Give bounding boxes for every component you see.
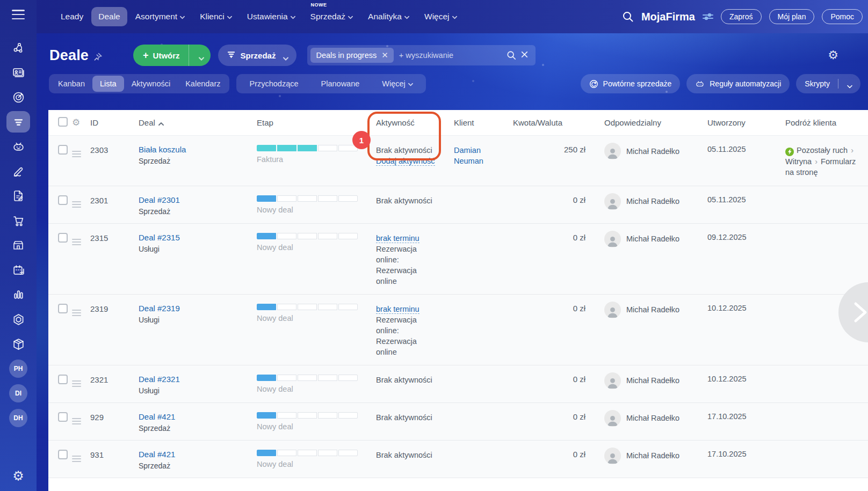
column-header-utworzony[interactable]: Utworzony (698, 118, 776, 127)
column-header-id[interactable]: ID (90, 118, 139, 127)
column-header-podroz[interactable]: Podróż klienta (776, 118, 861, 127)
crm-network-icon[interactable] (6, 37, 30, 58)
activity-link[interactable]: Dodaj aktywność (376, 157, 435, 166)
analytics-chart-icon[interactable] (6, 284, 30, 305)
invite-button[interactable]: Zaproś (721, 9, 762, 24)
row-checkbox[interactable] (58, 233, 68, 243)
company-name[interactable]: MojaFirma (641, 11, 695, 23)
chevron-down-icon[interactable] (847, 82, 852, 86)
settings-gear-icon[interactable]: ⚙ (12, 468, 24, 483)
clear-search-icon[interactable] (520, 50, 530, 60)
table-row[interactable]: 2319 Deal #2319 Usługi Nowy deal brak te… (48, 295, 868, 365)
stage-progress-bar[interactable] (257, 145, 358, 151)
deal-link[interactable]: Deal #421 (139, 412, 257, 421)
document-edit-icon[interactable] (6, 185, 30, 207)
help-button[interactable]: Pomoc (822, 9, 863, 24)
tab-kalendarz[interactable]: Kalendarz (178, 76, 228, 92)
deal-link[interactable]: Deal #2315 (139, 233, 257, 242)
nav-item-wiecej[interactable]: Więcej (417, 7, 464, 26)
search-input[interactable]: + wyszukiwanie (399, 51, 503, 60)
activity-link[interactable]: brak terminu (376, 305, 419, 314)
column-header-odpowiedzialny[interactable]: Odpowiedzialny (596, 118, 698, 127)
tab-wiecej[interactable]: Więcej (371, 76, 424, 92)
owner-name[interactable]: Michał Radełko (626, 234, 679, 243)
pin-icon[interactable] (93, 53, 102, 61)
view-settings-gear-icon[interactable]: ⚙ (828, 48, 838, 62)
stage-progress-bar[interactable] (257, 304, 358, 310)
nav-item-asortyment[interactable]: Asortyment (128, 7, 192, 26)
stage-progress-bar[interactable] (257, 375, 358, 381)
drag-handle-icon[interactable] (72, 310, 81, 316)
drag-handle-icon[interactable] (72, 201, 81, 208)
owner-name[interactable]: Michał Radełko (626, 305, 679, 314)
row-checkbox[interactable] (58, 412, 68, 422)
table-row[interactable]: 2301 Deal #2301 Sprzedaż Nowy deal Brak … (48, 186, 868, 224)
owner-name[interactable]: Michał Radełko (626, 414, 679, 422)
select-all-checkbox[interactable] (58, 117, 68, 127)
nav-item-analityka[interactable]: Analityka (361, 7, 416, 26)
deal-link[interactable]: Deal #421 (139, 450, 257, 459)
sliders-icon[interactable] (703, 12, 713, 21)
automation-hexagon-icon[interactable] (6, 309, 30, 330)
table-row[interactable]: 2303 Biała koszula Sprzedaż Faktura Brak… (48, 136, 868, 186)
columns-settings-gear-icon[interactable]: ⚙ (72, 117, 90, 128)
table-row[interactable]: 931 Deal #421 Sprzedaż Nowy deal Brak ak… (48, 441, 868, 478)
automation-rules-button[interactable]: Reguły automatyzacji (686, 74, 790, 93)
table-row[interactable]: 2321 Deal #2321 Usługi Nowy deal Brak ak… (48, 365, 868, 403)
column-header-kwota[interactable]: Kwota/Waluta (513, 118, 596, 127)
deal-link[interactable]: Deal #2301 (139, 195, 257, 204)
deal-link[interactable]: Biała koszula (139, 145, 257, 154)
nav-item-klienci[interactable]: Klienci (193, 7, 239, 26)
user-avatar-ph[interactable]: PH (9, 360, 27, 378)
sign-pen-icon[interactable] (6, 160, 30, 182)
owner-name[interactable]: Michał Radełko (626, 147, 679, 156)
client-link[interactable]: Damian Neuman (454, 145, 500, 167)
row-checkbox[interactable] (58, 195, 68, 205)
create-dropdown-chevron[interactable] (189, 53, 211, 58)
drag-handle-icon[interactable] (72, 418, 81, 424)
package-box-icon[interactable] (6, 333, 30, 355)
row-checkbox[interactable] (58, 145, 68, 155)
hamburger-menu-icon[interactable] (12, 10, 25, 19)
scripts-button[interactable]: Skrypty (796, 74, 860, 93)
ai-robot-icon[interactable] (6, 136, 30, 157)
funnel-filter-button[interactable]: Sprzedaż (218, 45, 297, 66)
drag-handle-icon[interactable] (72, 151, 81, 157)
table-row[interactable]: 2315 Deal #2315 Usługi Nowy deal brak te… (48, 224, 868, 295)
marketing-target-icon[interactable] (6, 86, 30, 108)
search-icon[interactable] (507, 50, 516, 60)
filter-chip[interactable]: Deals in progress✕ (310, 48, 393, 63)
activity-link[interactable]: brak terminu (376, 234, 419, 243)
shop-cart-icon[interactable] (6, 210, 30, 231)
drag-handle-icon[interactable] (72, 380, 81, 387)
repeat-sales-button[interactable]: Powtórne sprzedaże (581, 74, 681, 93)
search-filter-bar[interactable]: Deals in progress✕ + wyszukiwanie (307, 45, 536, 65)
drag-handle-icon[interactable] (72, 456, 81, 462)
tab-lista[interactable]: Lista (92, 76, 124, 92)
nav-item-sprzedaz[interactable]: NOWESprzedaż (303, 7, 360, 26)
row-checkbox[interactable] (58, 304, 68, 313)
user-avatar-di[interactable]: DI (9, 384, 27, 402)
owner-name[interactable]: Michał Radełko (626, 197, 679, 206)
column-header-deal[interactable]: Deal (139, 118, 257, 127)
row-checkbox[interactable] (58, 375, 68, 384)
column-header-etap[interactable]: Etap (257, 118, 376, 127)
table-row[interactable]: 929 Deal #421 Sprzedaż Nowy deal Brak ak… (48, 403, 868, 441)
contact-card-icon[interactable] (6, 62, 30, 83)
column-header-aktywnosc[interactable]: Aktywność (376, 118, 454, 127)
owner-name[interactable]: Michał Radełko (626, 376, 679, 385)
tab-przychodzace[interactable]: Przychodzące (238, 76, 309, 92)
nav-item-leady[interactable]: Leady (54, 7, 90, 26)
row-checkbox[interactable] (58, 450, 68, 459)
search-icon[interactable] (622, 11, 634, 23)
store-icon[interactable] (6, 234, 30, 256)
deal-link[interactable]: Deal #2319 (139, 304, 257, 313)
deal-link[interactable]: Deal #2321 (139, 375, 257, 384)
my-plan-button[interactable]: Mój plan (769, 9, 815, 24)
owner-name[interactable]: Michał Radełko (626, 451, 679, 460)
stage-progress-bar[interactable] (257, 450, 358, 456)
create-button[interactable]: +Utwórz (133, 45, 211, 66)
tab-kanban[interactable]: Kanban (50, 76, 92, 92)
tab-planowane[interactable]: Planowane (310, 76, 371, 92)
column-header-klient[interactable]: Klient (454, 118, 513, 127)
